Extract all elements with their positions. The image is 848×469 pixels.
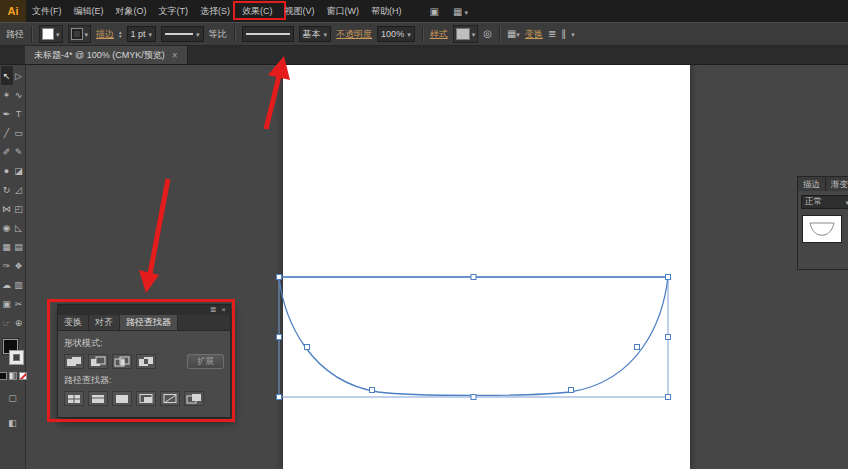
type-tool-icon[interactable]: T [13, 104, 25, 123]
free-transform-tool-icon[interactable]: ◰ [13, 199, 25, 218]
unite-button[interactable] [64, 354, 84, 369]
blob-brush-tool-icon[interactable]: ● [1, 161, 13, 180]
rectangle-tool-icon[interactable]: ▭ [13, 123, 25, 142]
menu-view[interactable]: 视图(V) [279, 0, 321, 22]
zoom-tool-icon[interactable]: ⊕ [13, 313, 25, 332]
divider [31, 26, 32, 42]
app-logo[interactable]: Ai [0, 0, 26, 22]
opacity-field[interactable]: 100% [377, 26, 415, 42]
width-profile-dropdown[interactable] [161, 26, 204, 42]
transparency-thumbnail[interactable] [802, 215, 842, 243]
panel-close-icon[interactable]: × [221, 305, 226, 315]
bridge-icon[interactable]: ▣ [430, 6, 439, 17]
paintbrush-tool-icon[interactable]: ✐ [1, 142, 13, 161]
chevron-down-icon [56, 29, 60, 39]
gradient-button[interactable] [9, 372, 17, 380]
chevron-down-icon [464, 6, 468, 17]
trim-button[interactable] [88, 391, 108, 406]
blend-tool-icon[interactable]: ❖ [13, 256, 25, 275]
mesh-tool-icon[interactable]: ▦ [1, 237, 13, 256]
exclude-icon [138, 356, 154, 367]
lasso-tool-icon[interactable]: ∿ [13, 85, 25, 104]
line-segment-tool-icon[interactable]: ╱ [1, 123, 13, 142]
intersect-button[interactable] [112, 354, 132, 369]
expand-button[interactable]: 扩展 [187, 354, 224, 369]
artboard[interactable] [283, 64, 690, 469]
tab-transform[interactable]: 变换 [58, 315, 89, 330]
stroke-panel-link[interactable]: 描边 [96, 28, 114, 41]
menu-file[interactable]: 文件(F) [26, 0, 68, 22]
opacity-link[interactable]: 不透明度 [336, 28, 372, 41]
stroke-weight-field[interactable]: 1 pt [127, 26, 157, 42]
menu-object[interactable]: 对象(O) [110, 0, 153, 22]
menu-window[interactable]: 窗口(W) [321, 0, 366, 22]
direct-selection-tool-icon[interactable]: ▷ [13, 66, 25, 85]
document-tab[interactable]: 未标题-4* @ 100% (CMYK/预览) × [25, 46, 188, 64]
distribute-objects-icon[interactable]: ∥ [561, 27, 566, 41]
merge-button[interactable] [112, 391, 132, 406]
shape-builder-tool-icon[interactable]: ◉ [1, 218, 13, 237]
drawing-mode-button[interactable]: ▢ [7, 388, 19, 407]
align-objects-icon[interactable]: ≣ [548, 27, 556, 41]
minus-front-button[interactable] [88, 354, 108, 369]
menu-help[interactable]: 帮助(H) [365, 0, 408, 22]
recolor-artwork-icon[interactable]: ◎ [483, 27, 492, 41]
none-button[interactable] [19, 372, 27, 380]
tab-gradient[interactable]: 渐变 [826, 177, 848, 191]
stroke-color-swatch[interactable] [9, 350, 24, 365]
transform-link[interactable]: 变换 [525, 28, 543, 41]
style-dropdown[interactable] [453, 25, 479, 43]
panel-menu-icon[interactable]: ≣ [210, 305, 217, 315]
panel-header: ≣ × [58, 305, 230, 315]
pencil-tool-icon[interactable]: ✎ [13, 142, 25, 161]
rotate-tool-icon[interactable]: ↻ [1, 180, 13, 199]
hand-tool-icon[interactable]: ☞ [1, 313, 13, 332]
pathfinder-panel: ≣ × 变换 对齐 路径查找器 形状模式: [57, 304, 231, 418]
tab-align[interactable]: 对齐 [89, 315, 120, 330]
close-tab-icon[interactable]: × [172, 50, 178, 61]
fill-color-picker[interactable] [39, 25, 63, 43]
crop-button[interactable] [136, 391, 156, 406]
style-link[interactable]: 样式 [430, 28, 448, 41]
stepper-down-icon[interactable]: ▾ [119, 34, 122, 38]
stroke-color-picker[interactable] [68, 25, 92, 43]
eraser-tool-icon[interactable]: ◪ [13, 161, 25, 180]
tab-pathfinder[interactable]: 路径查找器 [120, 315, 178, 330]
menu-effect[interactable]: 效果(C) [236, 0, 279, 22]
brush-name-dropdown[interactable]: 基本 [299, 26, 332, 42]
divide-button[interactable] [64, 391, 84, 406]
line-preview-icon [165, 33, 193, 35]
pathfinder-buttons-row [64, 391, 224, 406]
screen-mode-button[interactable]: ◧ [7, 413, 19, 432]
perspective-grid-tool-icon[interactable]: ◺ [13, 218, 25, 237]
menu-edit[interactable]: 编辑(E) [68, 0, 110, 22]
chevron-down-icon [516, 29, 520, 39]
arrange-documents-icon[interactable]: ▦ [453, 6, 468, 17]
pen-tool-icon[interactable]: ✒ [1, 104, 13, 123]
minus-back-button[interactable] [184, 391, 204, 406]
blend-mode-dropdown[interactable]: 正常 [801, 195, 848, 209]
column-graph-tool-icon[interactable]: ▥ [13, 275, 25, 294]
exclude-button[interactable] [136, 354, 156, 369]
brush-stroke-preview-icon [246, 33, 290, 35]
gradient-tool-icon[interactable]: ▤ [13, 237, 25, 256]
magic-wand-tool-icon[interactable]: ✶ [1, 85, 13, 104]
scale-tool-icon[interactable]: ◿ [13, 180, 25, 199]
menu-select[interactable]: 选择(S) [194, 0, 236, 22]
menu-type[interactable]: 文字(T) [153, 0, 195, 22]
selection-tool-icon[interactable]: ↖ [1, 66, 13, 85]
brush-definition-dropdown[interactable] [242, 26, 294, 42]
eyedropper-tool-icon[interactable]: ✑ [1, 256, 13, 275]
artboard-tool-icon[interactable]: ▣ [1, 294, 13, 313]
stroke-weight-stepper[interactable]: ▴▾ [119, 30, 122, 38]
document-setup-dropdown[interactable]: ▦ [507, 27, 520, 41]
chevron-down-icon[interactable] [571, 29, 575, 39]
width-tool-icon[interactable]: ⋈ [1, 199, 13, 218]
color-button[interactable] [0, 372, 7, 380]
slice-tool-icon[interactable]: ✂ [13, 294, 25, 313]
fill-stroke-widget[interactable] [2, 339, 24, 365]
stroke-weight-value: 1 pt [131, 29, 146, 39]
symbol-sprayer-tool-icon[interactable]: ☁ [1, 275, 13, 294]
outline-button[interactable] [160, 391, 180, 406]
tab-stroke[interactable]: 描边 [798, 177, 826, 191]
